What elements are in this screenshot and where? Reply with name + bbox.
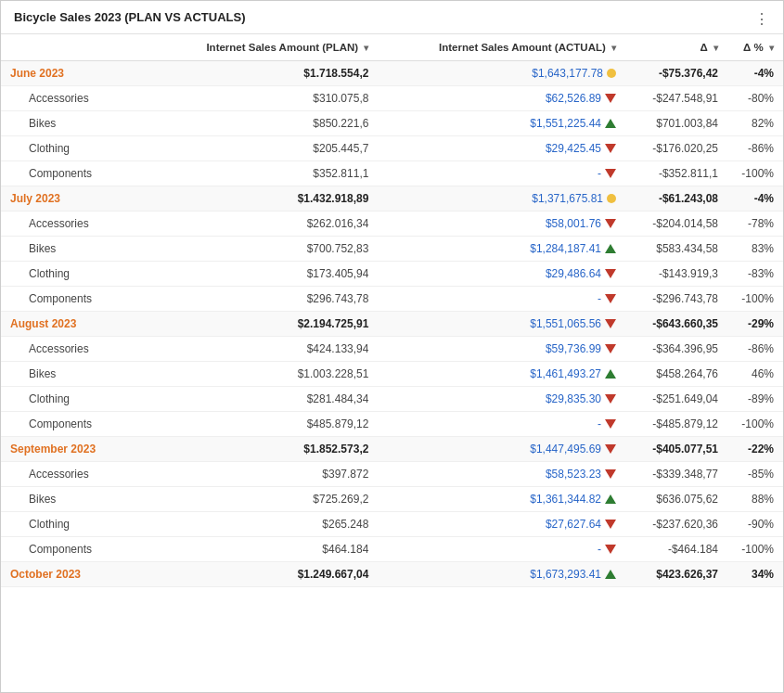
up-icon <box>605 369 616 379</box>
sort-icon-plan: ▾ <box>364 43 368 53</box>
actual-text: $59,736.99 <box>546 342 601 355</box>
down-icon <box>605 419 616 429</box>
table-row: Accessories$310.075,8$62,526.89-$247.548… <box>1 86 783 111</box>
actual-text: - <box>598 417 601 430</box>
plan-value: $397.872 <box>149 462 378 487</box>
delta-value: -$464.184 <box>625 537 727 562</box>
up-icon <box>605 570 616 579</box>
delta-pct-value: -22% <box>727 437 783 462</box>
col-header-actual[interactable]: Internet Sales Amount (ACTUAL) ▾ <box>378 34 625 61</box>
actual-text: $29,486.64 <box>546 267 601 280</box>
table-row: Components$485.879,12--$485.879,12-100% <box>1 412 783 437</box>
actual-value: - <box>378 287 625 312</box>
actual-text: $1,361,344.82 <box>530 493 601 506</box>
table-row: Clothing$173.405,94$29,486.64-$143.919,3… <box>1 262 783 287</box>
delta-value: -$251.649,04 <box>625 387 727 412</box>
down-icon <box>605 469 616 479</box>
delta-pct-value: -100% <box>727 161 783 186</box>
delta-value: -$75.376,42 <box>625 61 727 86</box>
delta-value: -$237.620,36 <box>625 512 727 537</box>
options-button[interactable]: ⋮ <box>754 10 770 28</box>
plan-value: $725.269,2 <box>149 487 378 512</box>
col-header-delta[interactable]: Δ ▾ <box>625 34 727 61</box>
table-row: Clothing$265.248$27,627.64-$237.620,36-9… <box>1 512 783 537</box>
delta-pct-value: -4% <box>727 186 783 212</box>
col-header-name <box>1 34 149 61</box>
plan-value: $1.249.667,04 <box>149 562 378 587</box>
delta-pct-value: -78% <box>727 212 783 237</box>
delta-value: -$143.919,3 <box>625 262 727 287</box>
plan-value: $265.248 <box>149 512 378 537</box>
child-label: Bikes <box>1 487 149 512</box>
plan-value: $281.484,34 <box>149 387 378 412</box>
table-row: Bikes$725.269,2$1,361,344.82$636.075,628… <box>1 487 783 512</box>
actual-text: $27,627.64 <box>546 518 601 531</box>
delta-value: -$339.348,77 <box>625 462 727 487</box>
table-row: Clothing$205.445,7$29,425.45-$176.020,25… <box>1 136 783 161</box>
child-label: Bikes <box>1 237 149 262</box>
delta-pct-value: -90% <box>727 512 783 537</box>
plan-value: $850.221,6 <box>149 111 378 136</box>
data-table: Internet Sales Amount (PLAN) ▾ Internet … <box>1 34 783 587</box>
actual-value: $1,447,495.69 <box>378 437 625 462</box>
child-label: Clothing <box>1 512 149 537</box>
actual-text: - <box>598 543 601 556</box>
delta-pct-value: 83% <box>727 237 783 262</box>
table-row: Components$464.184--$464.184-100% <box>1 537 783 562</box>
plan-value: $352.811,1 <box>149 161 378 186</box>
actual-text: $58,001.76 <box>546 217 601 230</box>
child-label: Bikes <box>1 111 149 136</box>
child-label: Components <box>1 537 149 562</box>
actual-text: $1,551,225.44 <box>530 117 601 130</box>
child-label: Accessories <box>1 337 149 362</box>
actual-text: $1,371,675.81 <box>532 192 603 205</box>
actual-text: $1,447,495.69 <box>530 443 601 456</box>
table-row: August 2023$2.194.725,91$1,551,065.56-$6… <box>1 312 783 337</box>
col-header-plan[interactable]: Internet Sales Amount (PLAN) ▾ <box>149 34 378 61</box>
delta-pct-value: 88% <box>727 487 783 512</box>
actual-value: $1,643,177.78 <box>378 61 625 86</box>
table-container[interactable]: Internet Sales Amount (PLAN) ▾ Internet … <box>1 34 783 692</box>
delta-pct-value: -4% <box>727 61 783 86</box>
group-label: August 2023 <box>1 312 149 337</box>
delta-value: -$352.811,1 <box>625 161 727 186</box>
down-icon <box>605 394 616 404</box>
plan-value: $1.003.228,51 <box>149 362 378 387</box>
sort-icon-actual: ▾ <box>611 43 616 53</box>
actual-value: $1,551,065.56 <box>378 312 625 337</box>
actual-text: $1,284,187.41 <box>530 242 601 255</box>
down-icon <box>605 94 616 103</box>
down-icon <box>605 169 616 178</box>
actual-text: $58,523.23 <box>546 468 601 481</box>
delta-value: -$405.077,51 <box>625 437 727 462</box>
plan-value: $424.133,94 <box>149 337 378 362</box>
sort-icon-delta: ▾ <box>713 43 718 53</box>
plan-value: $485.879,12 <box>149 412 378 437</box>
table-row: July 2023$1.432.918,89$1,371,675.81-$61.… <box>1 186 783 212</box>
delta-value: -$485.879,12 <box>625 412 727 437</box>
page-title: Bicycle Sales 2023 (PLAN VS ACTUALS) <box>14 10 246 24</box>
delta-value: $423.626,37 <box>625 562 727 587</box>
actual-value: - <box>378 161 625 186</box>
actual-value: $62,526.89 <box>378 86 625 111</box>
down-icon <box>605 144 616 153</box>
actual-value: $1,361,344.82 <box>378 487 625 512</box>
table-row: Accessories$397.872$58,523.23-$339.348,7… <box>1 462 783 487</box>
actual-value: $58,523.23 <box>378 462 625 487</box>
actual-text: - <box>598 167 601 180</box>
delta-pct-value: -89% <box>727 387 783 412</box>
delta-pct-value: 34% <box>727 562 783 587</box>
delta-value: $636.075,62 <box>625 487 727 512</box>
up-icon <box>605 494 616 504</box>
actual-text: $1,643,177.78 <box>532 67 603 80</box>
child-label: Clothing <box>1 262 149 287</box>
delta-value: -$247.548,91 <box>625 86 727 111</box>
actual-value: $1,371,675.81 <box>378 186 625 212</box>
plan-value: $1.718.554,2 <box>149 61 378 86</box>
delta-value: -$61.243,08 <box>625 186 727 212</box>
actual-value: - <box>378 412 625 437</box>
col-header-delta-pct[interactable]: Δ % ▾ <box>727 34 783 61</box>
plan-value: $310.075,8 <box>149 86 378 111</box>
plan-value: $700.752,83 <box>149 237 378 262</box>
sort-icon-delta-pct: ▾ <box>769 43 774 53</box>
